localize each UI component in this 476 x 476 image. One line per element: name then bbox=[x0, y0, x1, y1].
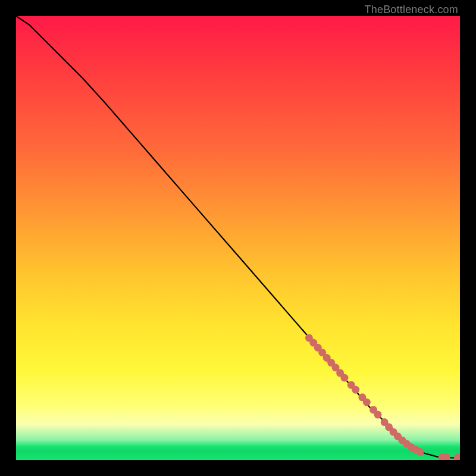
chart-frame: TheBottleneck.com bbox=[0, 0, 476, 476]
scatter-dot bbox=[341, 374, 349, 382]
chart-svg bbox=[16, 16, 460, 460]
scatter-dot bbox=[374, 411, 382, 418]
plot-area bbox=[16, 16, 460, 460]
curve-line bbox=[16, 16, 460, 458]
scatter-dot bbox=[363, 399, 371, 406]
scatter-dot bbox=[352, 386, 359, 394]
scatter-dot bbox=[416, 448, 424, 456]
attribution-label: TheBottleneck.com bbox=[365, 4, 458, 16]
scatter-dots bbox=[305, 334, 460, 460]
